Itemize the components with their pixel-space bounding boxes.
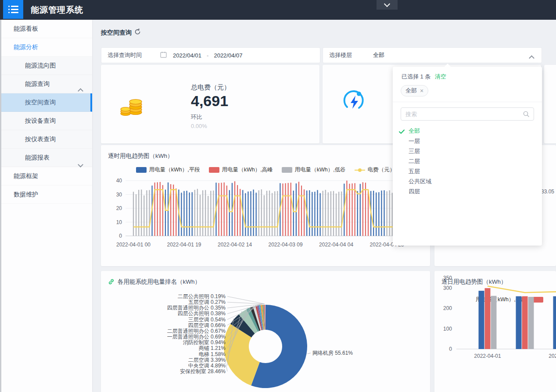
floor-option-1[interactable]: 一层 — [393, 136, 542, 146]
floor-option-label: 一层 — [409, 138, 420, 144]
panel-divider — [393, 102, 542, 102]
floor-option-label: 三层 — [409, 148, 420, 154]
floor-select-label: 选择楼层 — [329, 51, 352, 59]
svg-text:电梯 1.58%: 电梯 1.58% — [199, 351, 226, 357]
sidebar-item-3[interactable]: 能源查询 — [1, 75, 92, 93]
svg-text:二层普通照明办公 0.67%: 二层普通照明办公 0.67% — [167, 328, 226, 334]
header-dropdown-button[interactable] — [377, 0, 398, 10]
pie-chart: 网络机房 55.61%安保控制室 28.46%中央空调 4.89%二层空调 3.… — [101, 271, 430, 392]
svg-text:三层空调 0.54%: 三层空调 0.54% — [188, 317, 226, 323]
stat-value: 4,691 — [191, 93, 230, 110]
floor-select[interactable]: 选择楼层 全部 — [323, 47, 542, 63]
chevron-up-icon — [530, 54, 534, 61]
floor-option-label: 公共区域 — [409, 178, 431, 185]
search-input[interactable] — [401, 107, 534, 121]
clear-selection-button[interactable]: 清空 — [435, 73, 446, 80]
sidebar-item-label: 能源分析 — [14, 43, 38, 50]
sidebar-item-label: 能源流向图 — [25, 62, 56, 69]
svg-text:100: 100 — [443, 326, 452, 332]
svg-text:30: 30 — [116, 192, 122, 198]
floor-option-0[interactable]: 全部 — [393, 126, 542, 136]
sidebar-item-label: 按设备查询 — [25, 117, 56, 124]
svg-text:0: 0 — [449, 346, 452, 352]
floor-option-label: 四层 — [409, 188, 420, 195]
sidebar-item-0[interactable]: 能源看板 — [1, 20, 92, 38]
stat-sub-value: 0.00% — [191, 123, 230, 129]
svg-text:200: 200 — [443, 305, 452, 311]
stat-title: 总电费（元） — [191, 83, 230, 92]
top-header: 能源管理系统 — [0, 0, 556, 20]
partial-axis-value: 33.05 — [541, 189, 554, 195]
sidebar-item-label: 能源报表 — [25, 154, 50, 161]
svg-text:二层空调 3.39%: 二层空调 3.39% — [188, 357, 226, 363]
calendar-icon — [160, 51, 167, 59]
svg-text:四层公共照明 0.38%: 四层公共照明 0.38% — [178, 310, 226, 317]
sidebar-toggle-button[interactable] — [3, 0, 23, 19]
sidebar-item-label: 能源框架 — [14, 172, 38, 179]
sidebar-item-5[interactable]: 按设备查询 — [1, 112, 92, 130]
lightning-gauge-icon — [341, 88, 367, 116]
floor-option-3[interactable]: 二层 — [393, 156, 542, 166]
tag-remove-icon[interactable]: × — [420, 87, 423, 94]
daily-chart: 01002003003502022-04-012022-04-03 — [434, 271, 556, 392]
stat-sub-label: 环比 — [191, 113, 230, 121]
svg-text:消防控制室 0.94%: 消防控制室 0.94% — [183, 339, 226, 346]
sidebar-item-label: 能源查询 — [25, 80, 50, 87]
floor-option-label: 五层 — [409, 168, 420, 175]
svg-text:2022-04-01 19: 2022-04-01 19 — [167, 242, 201, 248]
date-range-label: 选择查询时间 — [108, 51, 142, 59]
refresh-icon[interactable] — [134, 28, 141, 37]
search-icon — [523, 110, 530, 119]
app-title: 能源管理系统 — [31, 0, 83, 20]
floor-option-2[interactable]: 三层 — [393, 146, 542, 156]
svg-text:2022-04-01 00: 2022-04-01 00 — [116, 242, 151, 248]
floor-dropdown-panel: 已选择 1 条 清空 全部 × 全部一层三层二层五层公共区域四层 — [393, 67, 542, 246]
energy-ranking-card: 各用能系统用电量排名（kWh） 网络机房 55.61%安保控制室 28.46%中… — [101, 271, 430, 392]
svg-text:2022-04-02 14: 2022-04-02 14 — [218, 242, 252, 248]
svg-text:二层公共照明 0.19%: 二层公共照明 0.19% — [178, 293, 226, 299]
floor-select-value: 全部 — [373, 51, 384, 59]
date-end-value: 2022/04/07 — [214, 52, 242, 59]
chevron-down-icon — [384, 1, 390, 7]
selected-tag: 全部 × — [401, 85, 428, 96]
floor-option-list: 全部一层三层二层五层公共区域四层 — [393, 126, 542, 196]
sidebar-item-label: 能源看板 — [14, 25, 38, 32]
floor-option-label: 全部 — [409, 128, 420, 134]
sidebar-item-7[interactable]: 能源报表 — [1, 149, 92, 167]
svg-text:2022-04-03: 2022-04-03 — [549, 353, 556, 359]
sidebar-item-8[interactable]: 能源框架 — [1, 167, 92, 185]
daily-trend-card: 逐日用电趋势图（kWh） 用电量（kWh）,平段 010020030035020… — [434, 271, 556, 392]
svg-text:10: 10 — [116, 219, 122, 225]
date-range-picker[interactable]: 选择查询时间 2022/04/01 - 2022/04/07 — [101, 47, 320, 63]
sidebar-item-label: 按空间查询 — [25, 99, 56, 106]
svg-text:300: 300 — [443, 285, 452, 291]
svg-text:网络机房 55.61%: 网络机房 55.61% — [312, 350, 353, 356]
floor-option-4[interactable]: 五层 — [393, 166, 542, 176]
svg-text:安保控制室 28.46%: 安保控制室 28.46% — [180, 368, 226, 374]
stat-card-partial — [544, 65, 556, 143]
check-icon — [399, 128, 405, 136]
sidebar-item-6[interactable]: 按仪表查询 — [1, 130, 92, 149]
hourly-chart: 0102030402022-04-01 002022-04-01 192022-… — [101, 145, 430, 266]
selection-summary-text: 已选择 1 条 — [402, 73, 430, 80]
floor-option-5[interactable]: 公共区域 — [393, 176, 542, 186]
svg-text:五层空调 0.27%: 五层空调 0.27% — [188, 299, 226, 305]
svg-text:中央空调 4.89%: 中央空调 4.89% — [188, 363, 226, 369]
svg-text:0: 0 — [119, 233, 122, 239]
sidebar-item-1[interactable]: 能源分析 — [1, 38, 92, 57]
total-electricity-fee-card: 总电费（元） 4,691 环比 0.00% — [101, 65, 319, 143]
selected-tag-label: 全部 — [405, 87, 417, 95]
breadcrumb: 按空间查询 — [101, 29, 132, 37]
svg-text:350: 350 — [443, 275, 452, 281]
svg-text:2022-04-03 09: 2022-04-03 09 — [269, 242, 303, 248]
svg-text:一层普通照明办公 0.69%: 一层普通照明办公 0.69% — [167, 334, 226, 340]
sidebar-item-label: 按仪表查询 — [25, 135, 56, 143]
selection-summary: 已选择 1 条 清空 — [402, 73, 542, 81]
sidebar-item-2[interactable]: 能源流向图 — [1, 57, 92, 75]
svg-text:商铺 1.21%: 商铺 1.21% — [199, 345, 226, 351]
sidebar-item-9[interactable]: 数据维护 — [1, 185, 92, 204]
svg-text:2022-04-01: 2022-04-01 — [474, 353, 501, 359]
svg-text:2022-04-04 04: 2022-04-04 04 — [319, 242, 353, 248]
floor-option-6[interactable]: 四层 — [393, 186, 542, 196]
sidebar-item-4[interactable]: 按空间查询 — [1, 93, 92, 112]
